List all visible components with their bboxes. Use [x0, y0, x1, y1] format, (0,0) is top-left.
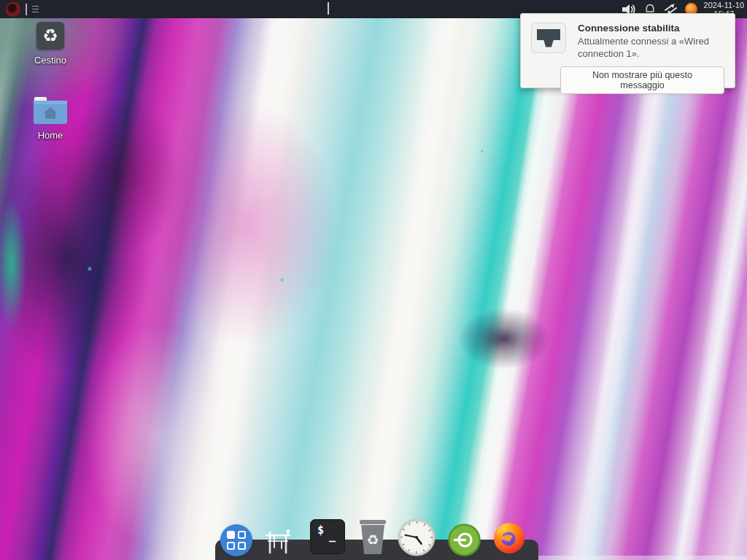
terminal-button[interactable]: $ _	[310, 519, 345, 554]
window-list-icon[interactable]	[32, 6, 39, 13]
recycle-glyph: ♻	[42, 27, 58, 44]
trash-dock-button[interactable]: ♻	[356, 520, 390, 554]
desktop-icon-label: Cestino	[34, 55, 66, 66]
recycle-glyph: ♻	[366, 533, 379, 547]
trash-can-icon	[360, 520, 386, 524]
notification-body: Attualmente connessi a «Wired connection…	[578, 35, 727, 60]
trash-icon: ♻	[36, 22, 64, 50]
panel-separator	[26, 4, 27, 15]
distro-menu-icon[interactable]	[6, 2, 20, 17]
wired-network-icon	[531, 23, 566, 53]
firefox-icon	[493, 522, 525, 554]
clock-date: 2024-11-10	[704, 1, 744, 9]
notification-title: Connessione stabilita	[578, 23, 727, 34]
hidden-panel-edge	[538, 556, 747, 560]
dismiss-notification-button[interactable]: Non mostrare più questo messaggio	[560, 66, 724, 94]
analog-clock-icon	[398, 518, 436, 556]
firefox-button[interactable]	[493, 522, 525, 557]
desktop-screen: 2024-11-10 16:47 ♻ Cestino Home Connessi…	[0, 0, 747, 560]
show-desktop-button[interactable]	[262, 526, 294, 558]
desk-icon	[262, 526, 294, 555]
desktop-icon-home[interactable]: Home	[21, 94, 80, 141]
notification-popup: Connessione stabilita Attualmente connes…	[520, 13, 735, 88]
desktop-icon-label: Home	[38, 130, 63, 141]
terminal-icon: $	[317, 524, 324, 537]
logout-button[interactable]	[448, 524, 481, 559]
logout-circle-icon	[448, 524, 481, 556]
panel-divider	[328, 2, 329, 15]
desktop-icon-trash[interactable]: ♻ Cestino	[21, 22, 80, 66]
app-launcher-button[interactable]	[220, 524, 252, 556]
clock-app-button[interactable]	[398, 518, 436, 559]
home-folder-icon	[33, 94, 68, 125]
app-grid-icon	[227, 531, 246, 550]
